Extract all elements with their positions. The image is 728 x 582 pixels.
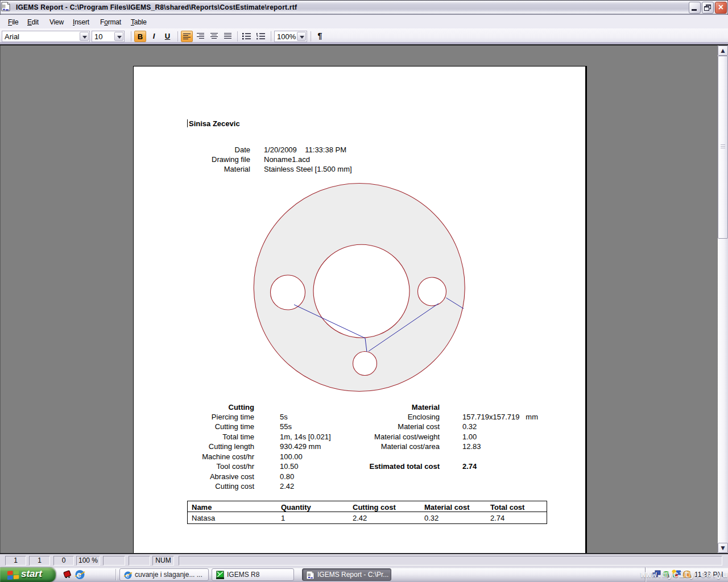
svg-text:e: e	[126, 572, 129, 579]
svg-text:e: e	[77, 570, 81, 579]
